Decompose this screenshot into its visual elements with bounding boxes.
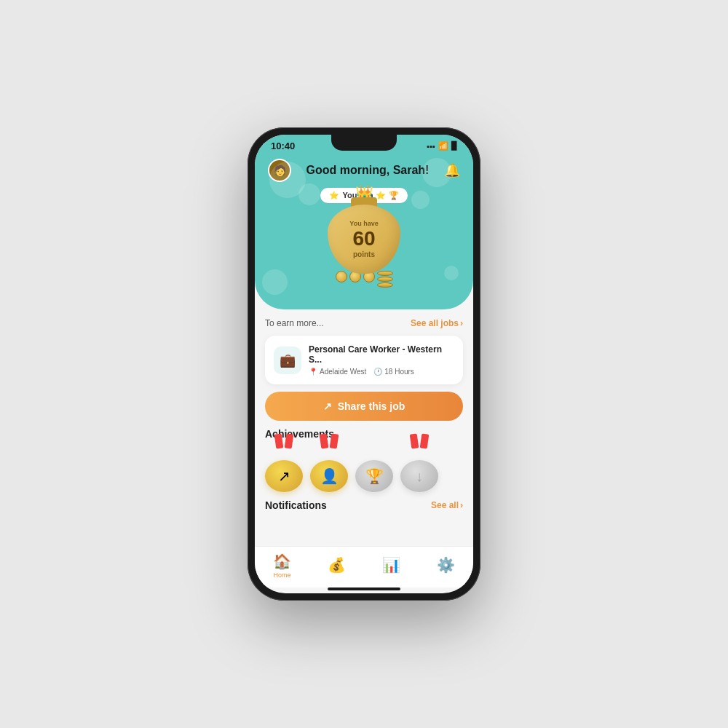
medal-4-container: ↓ [400, 447, 438, 492]
avatar[interactable]: 🧑 [268, 159, 291, 182]
share-medal-icon: ↗ [278, 467, 290, 485]
coin-flat-1 [377, 271, 393, 276]
job-title: Personal Care Worker - Western S... [309, 344, 454, 365]
download-medal-icon: ↓ [416, 468, 423, 485]
job-meta: 📍 Adelaide West 🕐 18 Hours [309, 368, 454, 376]
home-icon: 🏠 [273, 553, 291, 570]
status-icons: ▪▪▪ 📶 ▉ [427, 141, 457, 151]
ribbon-right-2 [330, 433, 339, 448]
job-icon-box: 💼 [274, 347, 301, 374]
job-hours: 🕐 18 Hours [373, 368, 414, 376]
phone-device: 10:40 ▪▪▪ 📶 ▉ 🧑 Good morning, Sarah! 🔔 [248, 127, 480, 601]
share-icon: ↗ [323, 400, 332, 412]
share-job-button[interactable]: ↗ Share this job [265, 392, 463, 421]
medal-3-container: 🏆 [355, 447, 393, 492]
medal-person[interactable]: 👤 [310, 447, 348, 492]
money-bag: 👑 You have 60 points [328, 205, 400, 288]
scroll-content[interactable]: To earn more... See all jobs › 💼 Persona… [255, 309, 473, 546]
medal-2-container: 👤 [310, 447, 348, 492]
wifi-icon: 📶 [438, 141, 448, 151]
coin-1 [336, 271, 347, 282]
see-all-notifications-link[interactable]: See all › [431, 500, 463, 510]
notifications-title: Notifications [265, 499, 327, 511]
location-icon: 📍 [309, 368, 317, 376]
notifications-header: Notifications See all › [265, 499, 463, 511]
medal-locked-2[interactable]: ↓ [400, 447, 438, 492]
briefcase-icon: 💼 [280, 352, 296, 368]
points-value: 60 [352, 227, 375, 250]
nav-stats[interactable]: 📊 [382, 556, 400, 575]
medal-locked-1[interactable]: 🏆 [355, 447, 393, 492]
ribbon-right-1 [285, 433, 294, 448]
coin-flat-3 [377, 282, 393, 288]
status-time: 10:40 [271, 141, 295, 151]
see-all-jobs-link[interactable]: See all jobs › [411, 318, 463, 328]
notification-bell-icon[interactable]: 🔔 [444, 162, 460, 178]
header-section: 🧑 Good morning, Sarah! 🔔 ⭐ You're a ⭐ 🏆 … [255, 154, 473, 309]
greeting-text: Good morning, Sarah! [306, 164, 430, 177]
job-location: 📍 Adelaide West [309, 368, 366, 376]
chevron-right-icon: › [460, 318, 463, 328]
job-card-row: 💼 Personal Care Worker - Western S... 📍 … [274, 344, 454, 376]
header-row: 🧑 Good morning, Sarah! 🔔 [268, 159, 460, 182]
earn-more-row: To earn more... See all jobs › [265, 318, 463, 328]
medal-circle-4: ↓ [400, 460, 438, 492]
bottom-nav: 🏠 Home 💰 📊 ⚙️ [255, 546, 473, 587]
stats-icon: 📊 [382, 556, 400, 574]
nav-settings[interactable]: ⚙️ [437, 556, 455, 575]
home-indicator [328, 587, 400, 590]
nav-earn[interactable]: 💰 [328, 556, 346, 575]
medal-share[interactable]: ↗ [265, 447, 303, 492]
home-label: Home [273, 571, 290, 579]
points-label: You have [349, 220, 378, 227]
trophy-icon: 🏆 [389, 191, 399, 200]
money-bag-container: 👑 You have 60 points [268, 200, 460, 288]
bag-shape: You have 60 points [328, 205, 400, 274]
clock-icon: 🕐 [373, 368, 382, 376]
chevron-right-notifications-icon: › [460, 500, 463, 510]
person-medal-icon: 👤 [320, 467, 339, 485]
medal-circle-3: 🏆 [355, 460, 393, 492]
trophy-medal-icon: 🏆 [365, 467, 384, 485]
medal-circle-1: ↗ [265, 460, 303, 492]
phone-screen: 10:40 ▪▪▪ 📶 ▉ 🧑 Good morning, Sarah! 🔔 [255, 135, 473, 593]
coin-stack [377, 271, 393, 288]
ribbon-right-4 [420, 433, 430, 448]
battery-icon: ▉ [451, 141, 457, 151]
earn-more-text: To earn more... [265, 318, 324, 328]
phone-notch [331, 135, 397, 151]
coin-flat-2 [377, 277, 393, 282]
share-job-label: Share this job [338, 400, 405, 412]
achievements-header: Achievements [265, 428, 463, 440]
medal-1-container: ↗ [265, 447, 303, 492]
job-info: Personal Care Worker - Western S... 📍 Ad… [309, 344, 454, 376]
signal-icon: ▪▪▪ [427, 142, 435, 151]
job-card[interactable]: 💼 Personal Care Worker - Western S... 📍 … [265, 336, 463, 384]
points-unit: points [353, 250, 375, 258]
medal-circle-2: 👤 [310, 460, 348, 492]
star-icon: ⭐ [329, 191, 339, 200]
achievements-row: ↗ 👤 [265, 447, 463, 492]
content-body: To earn more... See all jobs › 💼 Persona… [255, 309, 473, 527]
settings-icon: ⚙️ [437, 556, 455, 574]
nav-home[interactable]: 🏠 Home [273, 553, 291, 579]
earn-icon: 💰 [328, 556, 346, 574]
